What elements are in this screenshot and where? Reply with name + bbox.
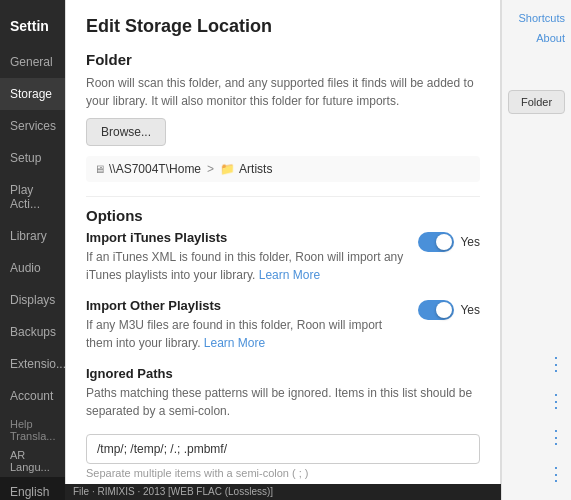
import-other-toggle[interactable]: Yes <box>418 300 480 320</box>
import-itunes-toggle-label: Yes <box>460 235 480 249</box>
sidebar-title: Settin <box>0 0 65 46</box>
sidebar-item-services[interactable]: Services <box>0 110 65 142</box>
context-menu-dots-1[interactable]: ⋮ <box>508 348 565 380</box>
import-itunes-desc: If an iTunes XML is found in this folder… <box>86 248 408 284</box>
folder-button[interactable]: Folder <box>508 90 565 114</box>
right-strip: Shortcuts About Folder ⋮ ⋮ ⋮ ⋮ <box>501 0 571 500</box>
sidebar-item-language-ar[interactable]: AR Langu... <box>0 445 65 477</box>
import-itunes-text: Import iTunes Playlists If an iTunes XML… <box>86 230 408 284</box>
ignored-paths-section: Ignored Paths Paths matching these patte… <box>86 366 480 479</box>
sidebar-item-backups[interactable]: Backups <box>0 316 65 348</box>
import-itunes-toggle[interactable]: Yes <box>418 232 480 252</box>
ignored-paths-hint: Separate multiple items with a semi-colo… <box>86 467 480 479</box>
folder-section-title: Folder <box>86 51 480 68</box>
path-row: 🖥 \\AS7004T\Home > 📁 Artists <box>86 156 480 182</box>
import-other-learn-more[interactable]: Learn More <box>204 336 265 350</box>
import-itunes-title: Import iTunes Playlists <box>86 230 408 245</box>
sidebar: Settin General Storage Services Setup Pl… <box>0 0 65 500</box>
main-content: Edit Storage Location Folder Roon will s… <box>65 0 501 500</box>
context-menu-dots-2[interactable]: ⋮ <box>508 385 565 417</box>
sidebar-item-storage[interactable]: Storage <box>0 78 65 110</box>
import-other-text: Import Other Playlists If any M3U files … <box>86 298 408 352</box>
sidebar-item-english[interactable]: English <box>0 477 65 500</box>
import-itunes-row: Import iTunes Playlists If an iTunes XML… <box>86 230 480 284</box>
context-menu-dots-4[interactable]: ⋮ <box>508 458 565 490</box>
network-icon: 🖥 <box>94 163 105 175</box>
sidebar-item-setup[interactable]: Setup <box>0 142 65 174</box>
sidebar-item-audio[interactable]: Audio <box>0 252 65 284</box>
ignored-paths-desc: Paths matching these patterns will be ig… <box>86 384 480 420</box>
ignored-paths-row: Ignored Paths Paths matching these patte… <box>86 366 480 420</box>
import-itunes-toggle-track[interactable] <box>418 232 454 252</box>
folder-row: Browse... <box>86 118 480 146</box>
ignored-paths-title: Ignored Paths <box>86 366 480 381</box>
sidebar-item-extensions[interactable]: Extensio... <box>0 348 65 380</box>
status-bar: File · RIMIXIS · 2013 [WEB FLAC (Lossles… <box>65 484 501 500</box>
ignored-paths-text: Ignored Paths Paths matching these patte… <box>86 366 480 420</box>
sidebar-item-library[interactable]: Library <box>0 220 65 252</box>
import-itunes-learn-more[interactable]: Learn More <box>259 268 320 282</box>
ignored-paths-input[interactable] <box>86 434 480 464</box>
path-part2: Artists <box>239 162 272 176</box>
folder-section-desc: Roon will scan this folder, and any supp… <box>86 74 480 110</box>
sidebar-item-playactions[interactable]: Play Acti... <box>0 174 65 220</box>
dialog-title: Edit Storage Location <box>86 16 480 37</box>
import-other-toggle-label: Yes <box>460 303 480 317</box>
folder-icon: 📁 <box>220 162 235 176</box>
sidebar-item-displays[interactable]: Displays <box>0 284 65 316</box>
import-other-title: Import Other Playlists <box>86 298 408 313</box>
sidebar-item-general[interactable]: General <box>0 46 65 78</box>
browse-button[interactable]: Browse... <box>86 118 166 146</box>
import-other-row: Import Other Playlists If any M3U files … <box>86 298 480 352</box>
options-section-title: Options <box>86 207 480 224</box>
import-itunes-toggle-thumb <box>436 234 452 250</box>
import-other-toggle-track[interactable] <box>418 300 454 320</box>
sidebar-item-help[interactable]: Help Transla... <box>0 412 65 445</box>
about-link[interactable]: About <box>508 30 565 46</box>
path-separator: > <box>207 162 214 176</box>
options-section: Options Import iTunes Playlists If an iT… <box>86 207 480 500</box>
sidebar-item-account[interactable]: Account <box>0 380 65 412</box>
path-part1: \\AS7004T\Home <box>109 162 201 176</box>
shortcuts-link[interactable]: Shortcuts <box>508 10 565 26</box>
context-menu-dots-3[interactable]: ⋮ <box>508 421 565 453</box>
import-other-toggle-thumb <box>436 302 452 318</box>
import-other-desc: If any M3U files are found in this folde… <box>86 316 408 352</box>
